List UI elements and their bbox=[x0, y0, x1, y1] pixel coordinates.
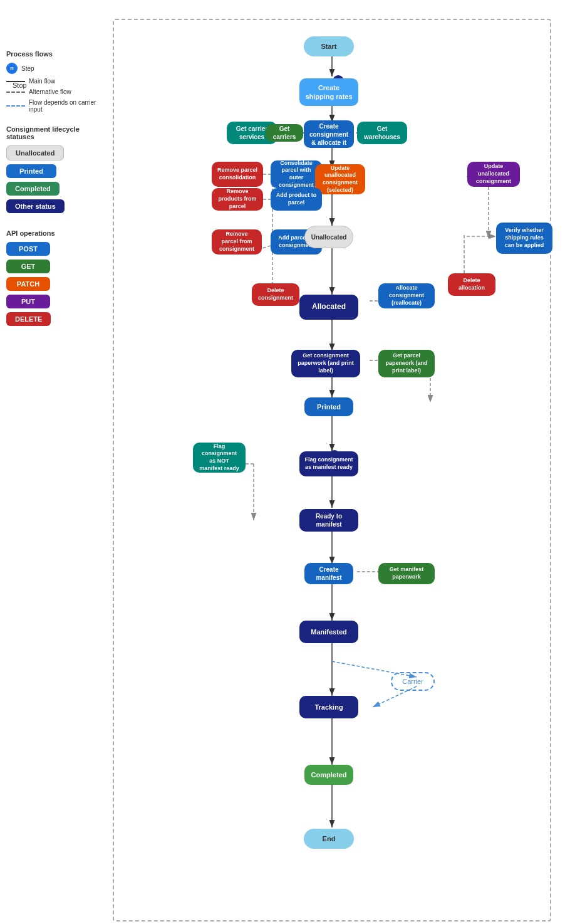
node-get-consignment-paperwork: Get consignment paperwork (and print lab… bbox=[291, 350, 360, 377]
main-flow-label: Main flow bbox=[29, 78, 55, 85]
process-flows-title: Process flows bbox=[6, 50, 106, 58]
api-section: API operations POST GET PATCH PUT DELETE bbox=[6, 229, 106, 330]
node-unallocated: Unallocated bbox=[304, 226, 353, 248]
node-printed: Printed bbox=[304, 397, 353, 416]
node-delete-consignment: Delete consignment bbox=[252, 283, 299, 306]
node-create-consignment: Create consignment & allocate it bbox=[304, 120, 354, 148]
node-tracking: Tracking bbox=[299, 696, 358, 718]
carrier-flow-line bbox=[6, 105, 25, 107]
step-icon: n bbox=[6, 63, 18, 74]
node-manifested: Manifested bbox=[299, 621, 358, 643]
lifecycle-title: Consignment lifecycle statuses bbox=[6, 125, 106, 140]
node-verify-shipping: Verify whether shipping rules can be app… bbox=[496, 223, 552, 254]
api-delete: DELETE bbox=[6, 312, 51, 326]
node-end: End bbox=[304, 829, 354, 849]
api-title: API operations bbox=[6, 229, 106, 237]
node-create-manifest: Create manifest bbox=[304, 563, 353, 584]
step-label: Step bbox=[21, 65, 34, 72]
node-create-shipping-rates: Create shipping rates bbox=[299, 78, 358, 106]
api-patch: PATCH bbox=[6, 277, 50, 291]
node-add-product: Add product to parcel bbox=[271, 188, 322, 211]
carrier-flow-label: Flow depends on carrier input bbox=[29, 99, 106, 113]
node-get-manifest-paperwork: Get manifest paperwork bbox=[378, 563, 435, 584]
legend-panel: Process flows n Step Main flow Alternati… bbox=[6, 50, 106, 330]
alt-flow-label: Alternative flow bbox=[29, 88, 71, 95]
node-flag-not-manifest: Flag consignment as NOT manifest ready bbox=[193, 443, 246, 473]
node-update-unallocated: Update unallocated consignment bbox=[467, 162, 520, 187]
node-get-carriers: Get carriers bbox=[266, 124, 303, 142]
api-get: GET bbox=[6, 260, 50, 273]
status-completed: Completed bbox=[6, 182, 60, 196]
diagram-area: Start 1 Create shipping rates 2 Create c… bbox=[106, 13, 564, 921]
status-printed: Printed bbox=[6, 164, 56, 178]
stop-label: Stop bbox=[13, 81, 27, 89]
node-remove-products: Remove products from parcel bbox=[212, 188, 263, 211]
api-put: PUT bbox=[6, 295, 50, 308]
node-ready-to-manifest: Ready to manifest bbox=[299, 509, 358, 532]
node-flag-manifest-ready: Flag consignment as manifest ready bbox=[299, 451, 358, 476]
node-completed: Completed bbox=[304, 765, 353, 785]
api-post: POST bbox=[6, 242, 50, 256]
node-delete-allocation: Delete allocation bbox=[448, 273, 495, 296]
lifecycle-section: Consignment lifecycle statuses Unallocat… bbox=[6, 125, 106, 217]
node-carrier: Carrier bbox=[391, 672, 435, 691]
node-allocate-consignment: Allocate consignment (reallocate) bbox=[378, 283, 435, 308]
node-get-parcel-paperwork: Get parcel paperwork (and print label) bbox=[378, 350, 435, 377]
status-unallocated: Unallocated bbox=[6, 145, 64, 160]
node-update-unallocated-selected: Update unallocated consignment (selected… bbox=[315, 164, 365, 194]
node-get-warehouses: Get warehouses bbox=[357, 122, 407, 144]
legend-alt-flow: Alternative flow bbox=[6, 88, 106, 95]
alt-flow-line bbox=[6, 92, 25, 93]
status-other: Other status bbox=[6, 199, 65, 213]
node-allocated: Allocated bbox=[299, 295, 358, 320]
node-remove-parcel-consolidation: Remove parcel consolidation bbox=[212, 162, 263, 187]
node-consolidate-parcel: Consolidate parcel with outer consignmen… bbox=[271, 160, 322, 188]
node-remove-parcel-from-consignment: Remove parcel from consignment bbox=[212, 229, 262, 255]
legend-carrier-flow: Flow depends on carrier input bbox=[6, 99, 106, 113]
node-start: Start bbox=[304, 36, 354, 56]
legend-step-item: n Step bbox=[6, 63, 106, 74]
